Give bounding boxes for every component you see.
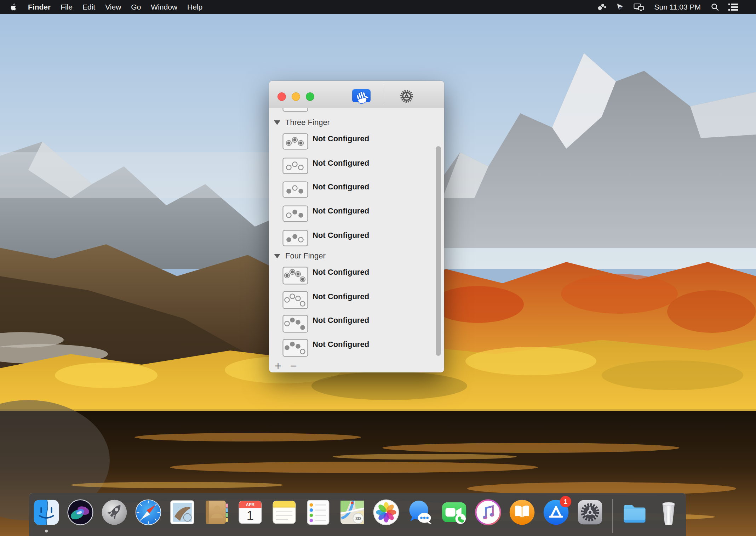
gesture-action-label: Not Configured [313, 206, 369, 216]
cursor-icon[interactable] [614, 0, 626, 14]
spotlight-icon[interactable] [709, 0, 721, 14]
dock: APR13D1 [29, 493, 686, 536]
section-header-four-finger: Four Finger [274, 251, 326, 261]
gesture-action-label: Not Configured [313, 134, 369, 143]
close-button[interactable] [277, 92, 286, 101]
gesture-pattern-icon [282, 315, 308, 333]
dock-icon-reminders[interactable] [304, 498, 332, 526]
gesture-pattern-icon [282, 339, 308, 357]
svg-text:3D: 3D [355, 516, 361, 521]
gesture-row[interactable]: Not Configured [279, 291, 437, 310]
minimize-button[interactable] [292, 92, 300, 101]
gesture-dots-icon[interactable] [595, 0, 609, 14]
section-header-three-finger: Three Finger [274, 118, 330, 127]
gesture-action-label: Not Configured [313, 316, 369, 325]
section-label: Three Finger [285, 118, 330, 127]
dock-icon-notes[interactable] [270, 498, 298, 526]
displays-icon[interactable] [631, 0, 646, 14]
settings-gear-tab[interactable] [399, 88, 415, 104]
dock-icon-facetime[interactable] [440, 498, 468, 526]
menu-bar: FinderFileEditViewGoWindowHelp Sun 11 [0, 0, 756, 14]
menu-edit[interactable]: Edit [78, 0, 100, 14]
gesture-pattern-icon [282, 133, 308, 150]
dock-icon-contacts[interactable] [202, 498, 230, 526]
dock-icon-siri[interactable] [67, 498, 94, 526]
running-indicator-dot [45, 530, 48, 532]
dock-icon-launchpad[interactable] [101, 498, 128, 526]
gesture-row[interactable]: Not Configured [279, 230, 437, 248]
gesture-action-label: Not Configured [313, 268, 369, 277]
dock-icon-trash[interactable] [655, 498, 682, 526]
disclosure-triangle-icon[interactable] [274, 254, 280, 258]
dock-icon-app-store[interactable]: 1 [542, 498, 570, 526]
gesture-pattern-icon [282, 158, 308, 174]
gesture-action-label: Not Configured [313, 292, 369, 301]
dock-icon-finder[interactable] [33, 498, 60, 526]
dock-icon-itunes[interactable] [474, 498, 502, 526]
menu-bar-status-area: Sun 11:03 PM [595, 0, 756, 14]
gesture-row[interactable]: Not Configured [279, 339, 437, 358]
gesture-row[interactable]: Not Configured [279, 315, 437, 334]
gesture-action-label: Not Configured [313, 340, 369, 349]
gesture-action-label: Not Configured [313, 182, 369, 192]
gesture-pattern-icon [282, 230, 308, 246]
dock-separator [612, 499, 613, 533]
remove-gesture-button[interactable]: − [288, 360, 298, 372]
trackpad-hand-tab[interactable] [352, 89, 371, 102]
dock-icon-safari[interactable] [134, 498, 162, 526]
dock-icon-books[interactable] [508, 498, 536, 526]
gesture-pattern-icon [282, 291, 308, 309]
gesture-action-label: Not Configured [313, 159, 369, 168]
svg-text:APR: APR [246, 502, 255, 507]
gesture-pattern-icon [282, 205, 308, 222]
apple-menu[interactable] [10, 3, 17, 11]
dock-icon-downloads-folder[interactable] [621, 498, 648, 526]
gesture-row[interactable]: Not Configured [279, 158, 437, 176]
menu-view[interactable]: View [100, 0, 126, 14]
list-footer: + − [273, 360, 298, 372]
gesture-row[interactable]: Not Configured [279, 267, 437, 286]
dock-icon-maps[interactable]: 3D [338, 498, 366, 526]
clipped-row-box [282, 108, 308, 113]
gesture-row[interactable]: Not Configured [279, 133, 437, 151]
gesture-pattern-icon [282, 181, 308, 198]
svg-text:1: 1 [247, 508, 254, 523]
gesture-list: Three FingerNot ConfiguredNot Configured… [269, 108, 444, 372]
gesture-pattern-icon [282, 267, 308, 285]
gesture-action-label: Not Configured [313, 231, 369, 240]
section-label: Four Finger [285, 251, 326, 261]
gesture-row[interactable]: Not Configured [279, 181, 437, 199]
scrollbar-thumb[interactable] [436, 146, 441, 356]
menu-window[interactable]: Window [146, 0, 182, 14]
menu-bar-clock[interactable]: Sun 11:03 PM [651, 3, 704, 11]
app-menus: FinderFileEditViewGoWindowHelp [23, 0, 207, 14]
toolbar-divider [383, 84, 383, 104]
zoom-button[interactable] [306, 92, 314, 101]
menu-bar-left: FinderFileEditViewGoWindowHelp [0, 0, 207, 14]
notification-badge: 1 [560, 496, 571, 507]
menu-help[interactable]: Help [182, 0, 207, 14]
menu-finder[interactable]: Finder [23, 0, 56, 14]
menu-go[interactable]: Go [126, 0, 146, 14]
dock-icon-mail[interactable] [168, 498, 196, 526]
add-gesture-button[interactable]: + [273, 360, 283, 372]
dock-icon-system-preferences[interactable] [576, 498, 604, 526]
gesture-row[interactable]: Not Configured [279, 205, 437, 223]
dock-icon-messages[interactable] [406, 498, 434, 526]
gesture-preferences-window: Three FingerNot ConfiguredNot Configured… [269, 81, 444, 372]
window-toolbar [269, 81, 444, 108]
dock-icon-calendar[interactable]: APR1 [236, 498, 264, 526]
menu-file[interactable]: File [56, 0, 78, 14]
disclosure-triangle-icon[interactable] [274, 120, 280, 125]
dock-icon-photos[interactable] [372, 498, 400, 526]
notification-center-icon[interactable] [726, 0, 740, 14]
